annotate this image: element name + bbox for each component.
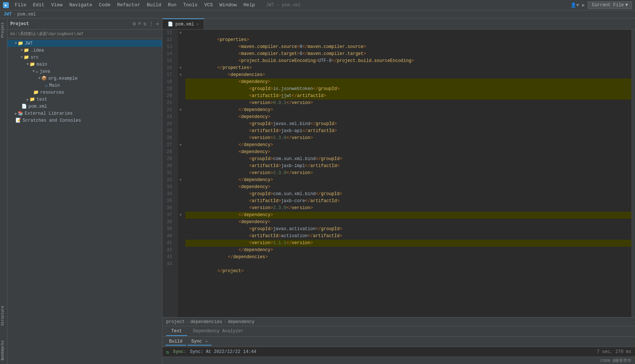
tree-label-resources: resources xyxy=(40,90,64,95)
menu-item-tools[interactable]: Tools xyxy=(180,1,200,8)
code-line-11: <properties> xyxy=(185,30,631,37)
sidebar-title: Project xyxy=(10,21,29,27)
tree-label-main-java: Main xyxy=(49,83,60,88)
sidebar-toolbar: Project ⚙ ≡ ⇅ ⋮ ✕ xyxy=(7,18,162,30)
tree-item-src[interactable]: ▼ 📁 src xyxy=(7,54,162,61)
tree-item-java[interactable]: ▼ ☕ java xyxy=(7,68,162,75)
editor-tabs: 📄 pom.xml ✕ xyxy=(162,18,635,30)
fold-11[interactable]: ▼ xyxy=(178,30,183,37)
pom-tab-label: pom.xml xyxy=(175,22,194,27)
menu-item-help[interactable]: Help xyxy=(240,1,258,8)
menu-item-build[interactable]: Build xyxy=(144,1,164,8)
project-path: DA:\系统默认\桌面\SpringBoot\JWT xyxy=(7,30,162,38)
build-status-text: Sync: At 2022/12/22 14:44 xyxy=(190,349,256,354)
close-icon[interactable]: ✕ xyxy=(156,21,159,27)
editor-content: 11 12 13 14 15 16 17 18 19 20 21 22 23 2… xyxy=(162,30,635,317)
breadcrumb-dependency[interactable]: dependency xyxy=(228,319,254,325)
title-bar: JWT › pom.xml xyxy=(0,10,635,18)
editor-panel: 📄 pom.xml ✕ 11 12 13 14 15 16 17 18 19 xyxy=(162,18,635,364)
editor-tab-pom[interactable]: 📄 pom.xml ✕ xyxy=(162,18,204,29)
left-edge: Project Structure Bookmarks xyxy=(0,18,7,364)
sync-icon: ↻ xyxy=(166,349,169,355)
project-sidebar: Project ⚙ ≡ ⇅ ⋮ ✕ DA:\系统默认\桌面\SpringBoot… xyxy=(7,18,162,364)
build-tab-label[interactable]: Build xyxy=(165,338,186,346)
tab-text[interactable]: Text xyxy=(166,327,187,336)
editor-scrollbar[interactable] xyxy=(631,30,635,317)
menu-item-navigate[interactable]: Navigate xyxy=(66,1,95,8)
tree-item-resources[interactable]: 📁 resources xyxy=(7,89,162,96)
build-content: ↻ Sync: Sync: At 2022/12/22 14:44 7 sec,… xyxy=(162,347,635,357)
folder-icon-jwt: 📁 xyxy=(18,41,23,46)
menu-item-code[interactable]: Code xyxy=(96,1,113,8)
java-icon: ☕ xyxy=(35,69,38,74)
code-line-44: </project> xyxy=(185,261,631,268)
tree-label-main: main xyxy=(37,62,47,67)
build-sync-tab[interactable]: Sync ✕ xyxy=(188,338,212,346)
menu-item-file[interactable]: File xyxy=(12,1,29,8)
current-file-button[interactable]: Current File ▼ xyxy=(588,1,632,9)
tree-label-src: src xyxy=(31,55,39,60)
tree-item-org-example[interactable]: ▼ 📦 org.example xyxy=(7,75,162,82)
line-numbers: 11 12 13 14 15 16 17 18 19 20 21 22 23 2… xyxy=(162,30,178,317)
tree-label-scratches: Scratches and Consoles xyxy=(23,118,81,123)
menu-item-run[interactable]: Run xyxy=(165,1,179,8)
fold-32[interactable]: ▼ xyxy=(178,177,183,184)
project-name-label: JWT xyxy=(4,12,12,17)
csdn-label: CSDN @极客李华 xyxy=(600,358,631,363)
libs-icon: 📚 xyxy=(18,111,23,116)
tree-item-pom[interactable]: 📄 pom.xml xyxy=(7,103,162,110)
navigation-icon[interactable]: ▶ xyxy=(582,2,585,8)
breadcrumb-dependencies[interactable]: dependencies xyxy=(190,319,222,325)
tree-item-main-java[interactable]: ☕ Main xyxy=(7,82,162,89)
menu-item-edit[interactable]: Edit xyxy=(30,1,47,8)
menu-item-window[interactable]: Window xyxy=(217,1,240,8)
side-label-project[interactable]: Project xyxy=(0,18,7,41)
fold-37[interactable]: ▼ xyxy=(178,212,183,219)
build-panel: Build Sync ✕ ↻ Sync: Sync: At 2022/12/22… xyxy=(162,336,635,357)
profile-icon[interactable]: 👤▼ xyxy=(570,2,579,8)
tree-label-java: java xyxy=(40,69,50,74)
code-line-12: <maven.compiler.source>8</maven.compiler… xyxy=(185,37,631,44)
side-label-structure[interactable]: Structure xyxy=(0,302,7,329)
fold-17[interactable]: ▼ xyxy=(178,72,183,79)
tree-label-external-libs: External Libraries xyxy=(25,111,73,116)
scratches-icon: 📝 xyxy=(16,118,21,123)
tab-dependency-analyzer[interactable]: Dependency Analyzer xyxy=(188,327,249,336)
tree-item-main[interactable]: ▼ 📁 main xyxy=(7,61,162,68)
settings-icon[interactable]: ⚙ xyxy=(133,21,135,27)
sidebar-toolbar-icons: ⚙ ≡ ⇅ ⋮ ✕ xyxy=(133,21,159,27)
tree-item-idea[interactable]: ▼ 📁 .idea xyxy=(7,47,162,54)
build-close-icon[interactable]: ✕ xyxy=(205,339,208,344)
java-file-icon: ☕ xyxy=(45,83,48,88)
fold-16[interactable]: ▼ xyxy=(178,65,183,72)
menu-item-vcs[interactable]: VCS xyxy=(201,1,216,8)
header-right: 👤▼ ▶ Current File ▼ xyxy=(570,1,632,9)
menu-item-refactor[interactable]: Refactor xyxy=(114,1,143,8)
app-icon: ▶ xyxy=(3,2,9,8)
app-title: JWT - pom.xml xyxy=(266,3,301,8)
build-time-label: 7 sec, 270 ms xyxy=(597,349,631,354)
folder-icon-src: 📁 xyxy=(24,55,29,60)
tab-close-icon[interactable]: ✕ xyxy=(196,22,199,27)
list-icon[interactable]: ≡ xyxy=(138,21,141,27)
xml-file-icon: 📄 xyxy=(21,104,27,109)
expand-icon[interactable]: ⇅ xyxy=(143,21,146,27)
main-area: Project Structure Bookmarks Project ⚙ ≡ … xyxy=(0,18,635,364)
tree-item-test[interactable]: ▶ 📁 test xyxy=(7,96,162,103)
options-icon[interactable]: ⋮ xyxy=(149,21,154,27)
project-tree[interactable]: ▼ 📁 JWT ▼ 📁 .idea ▼ 📁 src xyxy=(7,38,162,364)
fold-22[interactable]: ▼ xyxy=(178,107,183,114)
tree-item-external-libs[interactable]: ▶ 📚 External Libraries xyxy=(7,110,162,117)
tree-item-scratches[interactable]: 📝 Scratches and Consoles xyxy=(7,117,162,124)
fold-27[interactable]: ▼ xyxy=(178,142,183,149)
editor-bottom-tabs: Text Dependency Analyzer xyxy=(162,326,635,336)
code-area[interactable]: <properties> <maven.compiler.source>8</m… xyxy=(183,30,631,317)
folder-icon-resources: 📁 xyxy=(33,90,39,95)
breadcrumb-project[interactable]: project xyxy=(166,319,185,325)
side-label-bookmarks[interactable]: Bookmarks xyxy=(0,337,7,364)
tree-item-jwt[interactable]: ▼ 📁 JWT xyxy=(7,40,162,47)
tree-label-org-example: org.example xyxy=(48,76,78,81)
menu-item-view[interactable]: View xyxy=(48,1,65,8)
tree-label-idea: .idea xyxy=(31,48,44,53)
folder-icon-main: 📁 xyxy=(30,62,35,67)
